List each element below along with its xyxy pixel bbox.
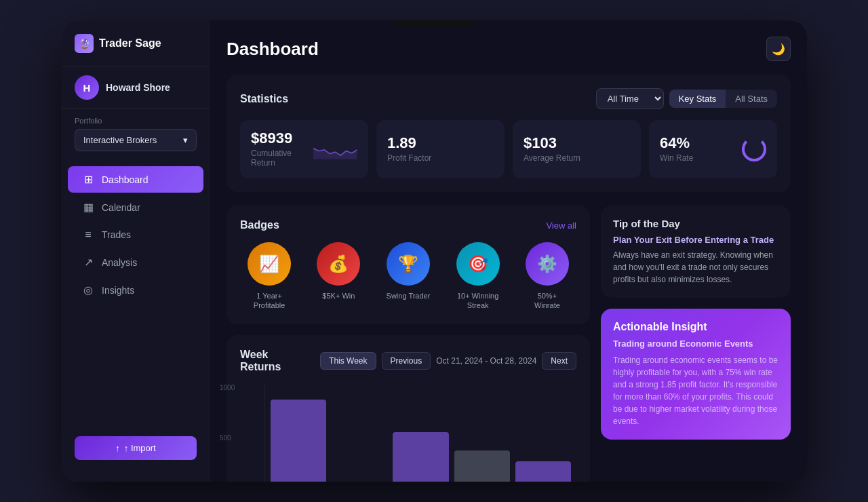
chart-wrapper: 1000 500 0 <box>240 384 576 482</box>
dashboard-icon: ⊞ <box>81 173 95 186</box>
user-name: Howard Shore <box>106 82 170 93</box>
nav-analysis-label: Analysis <box>102 257 137 268</box>
badge-label-swing-trader: Swing Trader <box>387 291 431 301</box>
stats-header: Statistics All Time 1 Month 3 Months 1 Y… <box>240 88 777 109</box>
badge-icon-one-year: 📈 <box>248 242 291 286</box>
win-rate-circle <box>742 137 766 161</box>
insights-icon: ◎ <box>81 284 95 296</box>
app-name: Trader Sage <box>99 37 161 50</box>
mini-chart-svg <box>313 138 357 161</box>
chevron-down-icon: ▾ <box>183 135 188 145</box>
theme-toggle-button[interactable]: 🌙 <box>766 37 791 61</box>
portfolio-select[interactable]: Interactive Brokers ▾ <box>75 129 197 151</box>
sidebar-item-trades[interactable]: ≡ Trades <box>68 222 203 248</box>
tip-text: Always have an exit strategy. Knowing wh… <box>613 249 778 286</box>
portfolio-section: Portfolio Interactive Brokers ▾ <box>61 109 210 159</box>
stat-card-profit-factor: 1.89 Profit Factor <box>376 120 505 178</box>
nav-trades-label: Trades <box>102 229 131 240</box>
time-period-select[interactable]: All Time 1 Month 3 Months 1 Year <box>596 88 664 109</box>
badge-swing-trader: 🏆 Swing Trader <box>387 242 431 311</box>
stat-info: $103 Average Return <box>524 136 580 163</box>
tab-key-stats[interactable]: Key Stats <box>669 90 726 108</box>
insight-title: Actionable Insight <box>613 321 778 333</box>
next-button[interactable]: Next <box>542 352 576 370</box>
statistics-section: Statistics All Time 1 Month 3 Months 1 Y… <box>226 75 791 192</box>
tip-subtitle: Plan Your Exit Before Entering a Trade <box>613 235 778 245</box>
badge-icon-winning-streak: 🎯 <box>456 242 500 286</box>
portfolio-selected: Interactive Brokers <box>83 135 157 145</box>
sidebar-item-calendar[interactable]: ▦ Calendar <box>68 194 203 220</box>
view-all-button[interactable]: View all <box>546 220 576 231</box>
sidebar: 🔮 Trader Sage H Howard Shore Portfolio I… <box>61 20 210 482</box>
trades-icon: ≡ <box>81 229 95 241</box>
week-navigation: This Week Previous Oct 21, 2024 - Oct 28… <box>320 352 576 370</box>
profit-factor-label: Profit Factor <box>387 153 431 163</box>
win-rate-label: Win Rate <box>660 153 693 163</box>
badge-label-5k-win: $5K+ Win <box>322 291 355 301</box>
win-rate-value: 64% <box>660 136 693 151</box>
nav-calendar-label: Calendar <box>102 202 140 213</box>
badge-label-winning-streak: 10+ WinningStreak <box>457 291 498 311</box>
y-label-1000: 1000 <box>220 384 235 391</box>
badge-label-winrate: 50%+Winrate <box>534 291 560 311</box>
insight-text: Trading around economic events seems to … <box>613 354 778 427</box>
badge-icon-swing-trader: 🏆 <box>387 242 430 286</box>
avatar: H <box>75 75 99 100</box>
stat-card-cumulative: $8939 Cumulative Return <box>240 120 368 178</box>
stat-card-average-return: $103 Average Return <box>513 120 641 178</box>
tab-all-stats[interactable]: All Stats <box>726 90 777 108</box>
bar-5 <box>515 461 571 482</box>
analysis-icon: ↗ <box>81 256 95 269</box>
page-title: Dashboard <box>226 39 319 60</box>
stat-info: 1.89 Profit Factor <box>387 136 431 163</box>
stats-title: Statistics <box>240 93 288 105</box>
badge-icon-5k-win: 💰 <box>317 242 360 286</box>
badges-title: Badges <box>240 219 279 231</box>
chart-y-labels: 1000 500 0 <box>220 384 235 482</box>
average-return-label: Average Return <box>524 153 580 163</box>
tip-title: Tip of the Day <box>613 218 778 229</box>
moon-icon: 🌙 <box>772 43 785 56</box>
cumulative-return-label: Cumulative Return <box>251 149 305 168</box>
calendar-icon: ▦ <box>81 201 95 214</box>
badge-5k-win: 💰 $5K+ Win <box>317 242 360 311</box>
previous-button[interactable]: Previous <box>382 352 431 370</box>
sidebar-item-insights[interactable]: ◎ Insights <box>68 277 203 303</box>
week-header: Week Returns This Week Previous Oct 21, … <box>240 349 576 373</box>
sidebar-item-analysis[interactable]: ↗ Analysis <box>68 249 203 275</box>
import-button[interactable]: ↑ ↑ Import <box>75 436 197 460</box>
cumulative-return-value: $8939 <box>251 131 305 146</box>
y-label-500: 500 <box>220 434 235 442</box>
actionable-insight-section: Actionable Insight Trading around Econom… <box>601 309 791 440</box>
badge-one-year: 📈 1 Year+Profitable <box>248 242 291 311</box>
sidebar-nav: ⊞ Dashboard ▦ Calendar ≡ Trades ↗ Analys… <box>61 159 210 428</box>
badges-header: Badges View all <box>240 219 576 231</box>
this-week-button[interactable]: This Week <box>320 352 376 370</box>
user-profile: H Howard Shore <box>61 66 210 109</box>
import-icon: ↑ <box>115 443 120 453</box>
stats-tabs: Key Stats All Stats <box>669 90 777 108</box>
stat-info: 64% Win Rate <box>660 136 693 163</box>
badges-section: Badges View all 📈 1 Year+Profitable <box>226 206 590 324</box>
bar-1 <box>271 400 326 482</box>
bar-4 <box>454 450 510 482</box>
bar-chart <box>264 384 576 482</box>
sidebar-item-dashboard[interactable]: ⊞ Dashboard <box>68 166 203 193</box>
badge-winrate: ⚙️ 50%+Winrate <box>526 242 569 311</box>
profit-factor-value: 1.89 <box>387 136 431 151</box>
average-return-value: $103 <box>524 136 580 151</box>
stat-info: $8939 Cumulative Return <box>251 131 305 168</box>
sidebar-footer: ↑ ↑ Import <box>61 428 210 468</box>
nav-dashboard-label: Dashboard <box>102 174 149 185</box>
main-content: Dashboard 🌙 Statistics All Time 1 Month … <box>210 20 807 482</box>
insight-subtitle: Trading around Economic Events <box>613 339 778 349</box>
portfolio-label: Portfolio <box>75 117 197 125</box>
logo: 🔮 Trader Sage <box>61 34 210 66</box>
bar-3 <box>393 432 448 482</box>
right-panel: Tip of the Day Plan Your Exit Before Ent… <box>601 206 791 482</box>
week-returns-title: Week Returns <box>240 349 312 373</box>
badge-label-one-year: 1 Year+Profitable <box>254 291 285 311</box>
badge-winning-streak: 🎯 10+ WinningStreak <box>456 242 500 311</box>
stats-cards: $8939 Cumulative Return 1.89 Profit Fact… <box>240 120 777 178</box>
badges-grid: 📈 1 Year+Profitable 💰 $5K+ Win <box>240 242 576 311</box>
